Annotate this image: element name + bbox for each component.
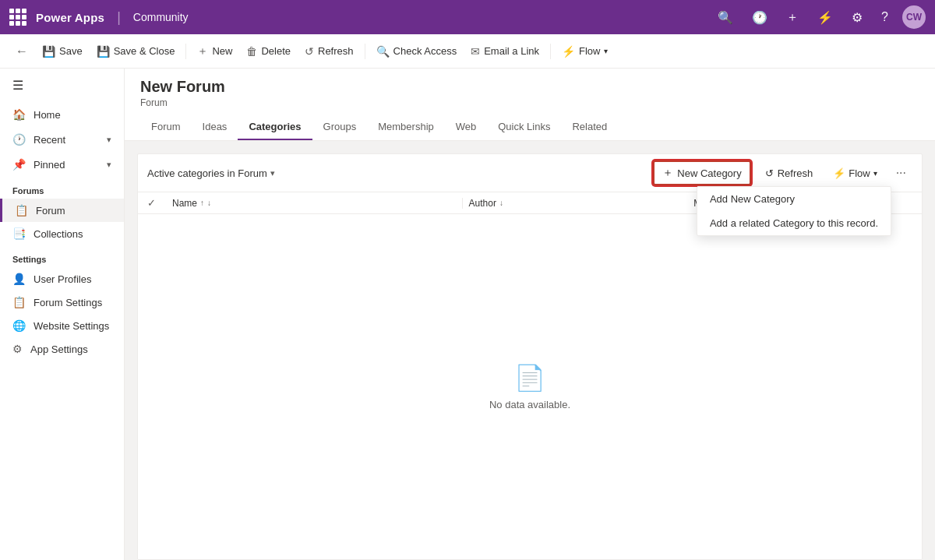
name-sort-asc-icon: ↑	[200, 199, 204, 207]
page-title: New Forum	[140, 78, 919, 96]
settings-icon[interactable]: ⚙	[847, 5, 867, 30]
dropdown-add-related[interactable]: Add a related Category to this record.	[697, 211, 891, 235]
app-label: Community	[133, 11, 189, 23]
app-settings-icon: ⚙	[12, 343, 23, 355]
new-category-plus-icon: ＋	[662, 166, 673, 180]
subgrid-flow-icon: ⚡	[833, 167, 845, 179]
user-profiles-icon: 👤	[12, 273, 26, 285]
recent-chevron-icon: ▾	[107, 135, 111, 145]
recent-icon[interactable]: 🕐	[747, 5, 772, 30]
tab-ideas[interactable]: Ideas	[192, 114, 238, 140]
pinned-chevron-icon: ▾	[107, 160, 111, 170]
sidebar-item-website-settings[interactable]: 🌐 Website Settings	[0, 314, 124, 337]
flow-icon: ⚡	[562, 45, 575, 58]
website-settings-icon: 🌐	[12, 319, 26, 332]
tab-forum[interactable]: Forum	[140, 114, 192, 140]
new-category-button[interactable]: ＋ New Category	[653, 160, 750, 185]
refresh-button[interactable]: ↺ Refresh	[298, 41, 360, 62]
sidebar-item-home[interactable]: 🏠 Home	[0, 102, 124, 127]
main-content: New Forum Forum Forum Ideas Categories G…	[125, 69, 935, 560]
tab-web[interactable]: Web	[445, 114, 488, 140]
dropdown-add-new[interactable]: Add New Category	[697, 187, 891, 211]
sidebar-app-settings-label: App Settings	[30, 343, 88, 355]
save-close-button[interactable]: 💾 Save & Close	[90, 41, 182, 62]
sidebar-website-settings-label: Website Settings	[34, 320, 109, 332]
sidebar-forum-label: Forum	[36, 205, 65, 217]
home-icon: 🏠	[12, 108, 26, 121]
subgrid-flow-button[interactable]: ⚡ Flow ▾	[827, 164, 883, 183]
settings-group-label: Settings	[0, 245, 124, 267]
sidebar-item-user-profiles[interactable]: 👤 User Profiles	[0, 267, 124, 291]
tab-related[interactable]: Related	[561, 114, 618, 140]
page-subtitle: Forum	[140, 97, 919, 108]
toolbar-separator-2	[365, 44, 365, 59]
new-button[interactable]: ＋ New	[191, 41, 238, 62]
subgrid-more-button[interactable]: ···	[890, 162, 912, 184]
recent-nav-icon: 🕐	[12, 133, 26, 146]
page-tabs: Forum Ideas Categories Groups Membership…	[140, 114, 919, 140]
email-icon: ✉	[471, 45, 480, 58]
sidebar-recent-label: Recent	[34, 134, 65, 146]
sidebar-item-app-settings[interactable]: ⚙ App Settings	[0, 337, 124, 361]
table-col-author[interactable]: Author ↓	[462, 198, 688, 209]
top-nav: Power Apps | Community 🔍 🕐 ＋ ⚡ ⚙ ? CW	[0, 0, 935, 34]
tab-groups[interactable]: Groups	[312, 114, 368, 140]
no-data-area: 📄 No data available.	[138, 214, 922, 559]
delete-icon: 🗑	[246, 45, 257, 58]
delete-button[interactable]: 🗑 Delete	[240, 41, 297, 62]
dropdown-menu: Add New Category Add a related Category …	[697, 186, 891, 236]
toolbar: ← 💾 Save 💾 Save & Close ＋ New 🗑 Delete ↺…	[0, 34, 935, 69]
save-icon: 💾	[42, 45, 55, 58]
author-sort-icon: ↓	[499, 199, 503, 207]
refresh-icon: ↺	[305, 45, 314, 58]
table-col-name[interactable]: Name ↑ ↓	[166, 198, 462, 209]
subgrid-title: Active categories in Forum ▾	[147, 167, 275, 179]
check-access-icon: 🔍	[376, 45, 390, 58]
subgrid-title-chevron-icon[interactable]: ▾	[270, 168, 275, 178]
toolbar-separator-3	[550, 44, 551, 59]
new-icon: ＋	[197, 44, 208, 58]
sidebar: ☰ 🏠 Home 🕐 Recent ▾ 📌 Pinned ▾ Forums 📋 …	[0, 69, 125, 560]
name-sort-desc-icon: ↓	[207, 199, 211, 207]
tab-membership[interactable]: Membership	[367, 114, 445, 140]
tab-categories[interactable]: Categories	[238, 114, 312, 140]
sidebar-item-forum[interactable]: 📋 Forum	[0, 199, 124, 222]
flow-chevron-icon: ▾	[604, 47, 608, 55]
save-button[interactable]: 💾 Save	[36, 41, 89, 62]
brand-label: Power Apps	[36, 11, 104, 24]
search-icon[interactable]: 🔍	[713, 5, 738, 30]
sidebar-forum-settings-label: Forum Settings	[34, 297, 102, 308]
sidebar-item-forum-settings[interactable]: 📋 Forum Settings	[0, 291, 124, 314]
tab-quicklinks[interactable]: Quick Links	[487, 114, 561, 140]
no-data-icon: 📄	[514, 363, 545, 393]
main-layout: ☰ 🏠 Home 🕐 Recent ▾ 📌 Pinned ▾ Forums 📋 …	[0, 69, 935, 560]
sidebar-user-profiles-label: User Profiles	[34, 273, 91, 285]
help-icon[interactable]: ?	[877, 5, 893, 29]
toolbar-separator-1	[185, 44, 186, 59]
no-data-text: No data available.	[489, 399, 570, 410]
sidebar-item-collections[interactable]: 📑 Collections	[0, 222, 124, 245]
forum-settings-icon: 📋	[12, 296, 26, 308]
email-link-button[interactable]: ✉ Email a Link	[464, 41, 545, 62]
forum-icon: 📋	[15, 204, 28, 217]
hamburger-button[interactable]: ☰	[0, 69, 124, 102]
add-icon[interactable]: ＋	[782, 5, 803, 30]
save-close-icon: 💾	[97, 45, 110, 58]
collections-icon: 📑	[12, 227, 26, 240]
check-access-button[interactable]: 🔍 Check Access	[370, 41, 464, 62]
page-header: New Forum Forum Forum Ideas Categories G…	[125, 69, 935, 141]
subgrid-refresh-button[interactable]: ↺ Refresh	[757, 164, 821, 183]
sidebar-pinned-label: Pinned	[34, 159, 65, 171]
forums-group-label: Forums	[0, 177, 124, 199]
sidebar-item-recent[interactable]: 🕐 Recent ▾	[0, 127, 124, 152]
flow-button[interactable]: ⚡ Flow ▾	[556, 41, 614, 62]
subgrid-card: Active categories in Forum ▾ ＋ New Categ…	[137, 153, 923, 560]
subgrid-refresh-icon: ↺	[765, 167, 774, 179]
subgrid-area: Active categories in Forum ▾ ＋ New Categ…	[125, 141, 935, 560]
back-button[interactable]: ←	[9, 41, 34, 62]
filter-icon[interactable]: ⚡	[813, 5, 838, 30]
avatar[interactable]: CW	[902, 5, 926, 29]
sidebar-item-pinned[interactable]: 📌 Pinned ▾	[0, 152, 124, 177]
table-check-col: ✓	[147, 197, 166, 209]
grid-menu-button[interactable]	[9, 9, 26, 26]
